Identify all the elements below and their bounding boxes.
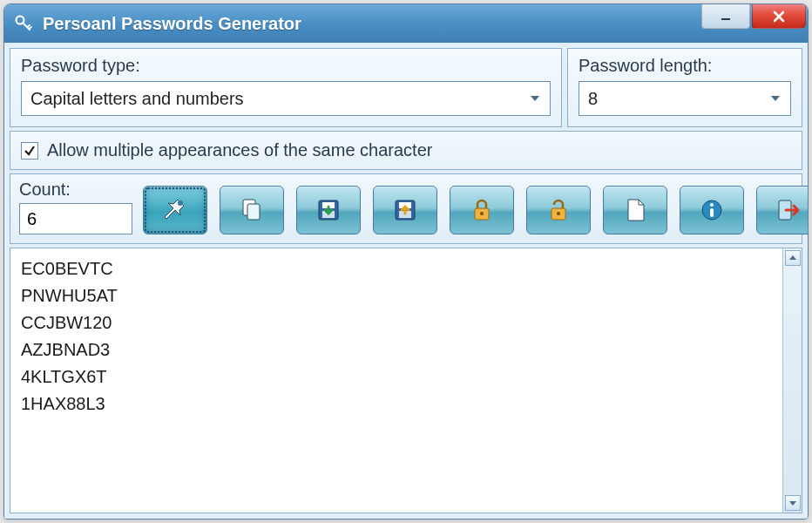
toolbar-row: Count: bbox=[10, 173, 802, 244]
svg-rect-1 bbox=[721, 18, 730, 20]
new-button[interactable] bbox=[603, 186, 667, 234]
lock-button[interactable] bbox=[450, 186, 514, 234]
chevron-down-icon bbox=[529, 92, 541, 105]
allow-multiple-row: Allow multiple appearances of the same c… bbox=[10, 131, 802, 170]
results-panel: EC0BEVTC PNWHU5AT CCJBW120 AZJBNAD3 4KLT… bbox=[10, 248, 802, 513]
minimize-button[interactable] bbox=[701, 4, 750, 29]
password-type-group: Password type: Capital letters and numbe… bbox=[10, 48, 562, 127]
svg-point-14 bbox=[557, 212, 560, 215]
about-button[interactable] bbox=[680, 186, 744, 234]
scrollbar[interactable] bbox=[782, 248, 802, 513]
app-key-icon bbox=[13, 13, 34, 34]
svg-point-2 bbox=[178, 200, 183, 206]
allow-multiple-checkbox[interactable] bbox=[21, 142, 38, 160]
export-button[interactable] bbox=[373, 186, 437, 234]
count-label: Count: bbox=[19, 180, 132, 200]
toolbar bbox=[143, 186, 809, 234]
allow-multiple-label: Allow multiple appearances of the same c… bbox=[47, 140, 432, 160]
window-buttons bbox=[701, 4, 808, 43]
svg-point-16 bbox=[710, 203, 714, 207]
info-icon bbox=[698, 196, 726, 224]
scroll-down-button[interactable] bbox=[785, 495, 801, 511]
count-input[interactable] bbox=[19, 203, 132, 234]
svg-rect-17 bbox=[710, 208, 714, 217]
copy-icon bbox=[238, 196, 266, 224]
lock-icon bbox=[468, 196, 496, 224]
copy-button[interactable] bbox=[220, 186, 284, 234]
exit-icon bbox=[775, 196, 802, 224]
exit-button[interactable] bbox=[756, 186, 809, 234]
unlock-button[interactable] bbox=[526, 186, 591, 234]
close-button[interactable] bbox=[752, 4, 806, 29]
scroll-up-button[interactable] bbox=[785, 250, 801, 266]
save-up-icon bbox=[391, 196, 419, 224]
unlock-icon bbox=[545, 196, 572, 224]
pin-icon bbox=[161, 196, 189, 224]
svg-rect-4 bbox=[247, 204, 260, 220]
window-title: Persoanl Passwords Generator bbox=[43, 14, 701, 34]
save-down-icon bbox=[315, 196, 342, 224]
svg-point-12 bbox=[480, 212, 484, 215]
password-length-combobox[interactable]: 8 bbox=[579, 81, 791, 116]
count-block: Count: bbox=[19, 180, 132, 234]
save-button[interactable] bbox=[296, 186, 361, 234]
password-type-combobox[interactable]: Capital letters and numbers bbox=[21, 81, 551, 116]
titlebar: Persoanl Passwords Generator bbox=[4, 4, 808, 43]
password-type-label: Password type: bbox=[21, 56, 551, 76]
results-textarea[interactable]: EC0BEVTC PNWHU5AT CCJBW120 AZJBNAD3 4KLT… bbox=[10, 248, 782, 513]
page-icon bbox=[621, 196, 649, 224]
password-type-value: Capital letters and numbers bbox=[30, 89, 244, 109]
generate-button[interactable] bbox=[143, 186, 207, 234]
app-window: Persoanl Passwords Generator Password ty… bbox=[3, 3, 809, 520]
chevron-down-icon bbox=[769, 92, 782, 105]
password-length-group: Password length: 8 bbox=[567, 48, 802, 127]
password-length-value: 8 bbox=[588, 89, 598, 109]
options-row: Password type: Capital letters and numbe… bbox=[10, 48, 802, 127]
password-length-label: Password length: bbox=[579, 56, 791, 76]
client-area: Password type: Capital letters and numbe… bbox=[4, 43, 808, 519]
